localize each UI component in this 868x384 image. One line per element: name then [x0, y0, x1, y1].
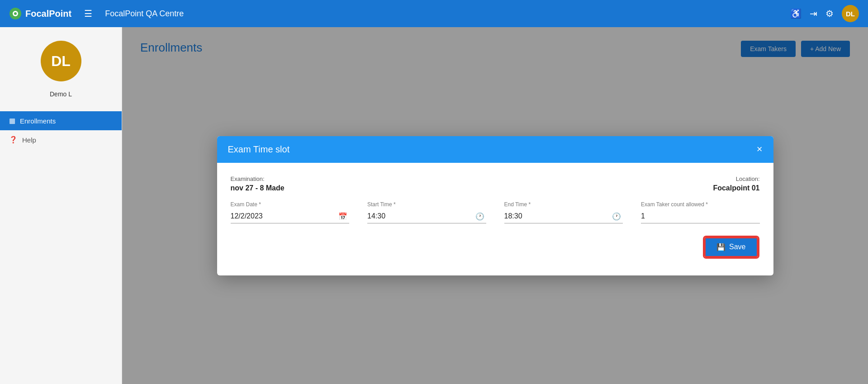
- clock-icon-end: 🕐: [612, 212, 621, 221]
- navbar-logo: FocalPoint: [9, 7, 71, 20]
- svg-point-2: [14, 12, 17, 15]
- examination-value: nov 27 - 8 Made: [231, 184, 285, 192]
- modal-exam-info: Examination: nov 27 - 8 Made: [231, 175, 285, 192]
- exam-date-label: Exam Date *: [231, 201, 350, 208]
- modal-fields-row: Exam Date * 📅 Start Time * 🕐 End: [231, 201, 760, 223]
- sidebar-item-enrollments[interactable]: ▦ Enrollments: [0, 111, 122, 130]
- enrollments-icon: ▦: [9, 117, 15, 125]
- focalpoint-logo-icon: [9, 7, 22, 20]
- end-time-field: End Time * 🕐: [504, 201, 623, 223]
- modal-location-info: Location: Focalpoint 01: [713, 175, 759, 192]
- content-area: Enrollments Exam Takers + Add New Exam T…: [122, 27, 868, 384]
- taker-count-label: Exam Taker count allowed *: [641, 201, 760, 208]
- examination-label: Examination:: [231, 175, 285, 182]
- start-time-input[interactable]: [367, 209, 486, 223]
- logout-icon[interactable]: ⇥: [810, 8, 817, 19]
- taker-count-input[interactable]: [641, 209, 760, 223]
- modal-body: Examination: nov 27 - 8 Made Location: F…: [217, 163, 773, 275]
- sidebar-nav: ▦ Enrollments ❓ Help: [0, 111, 122, 149]
- exam-date-field: Exam Date * 📅: [231, 201, 350, 223]
- save-button[interactable]: 💾 Save: [704, 237, 758, 257]
- end-time-input[interactable]: [504, 209, 623, 223]
- main-layout: DL Demo L ▦ Enrollments ❓ Help Enrollmen…: [0, 27, 868, 384]
- navbar-avatar[interactable]: DL: [842, 5, 859, 22]
- modal-footer: 💾 Save: [231, 237, 760, 257]
- sidebar-avatar: DL: [41, 41, 81, 81]
- sidebar-help-label: Help: [22, 136, 36, 144]
- sidebar-item-label: Enrollments: [20, 117, 56, 125]
- modal-exam-timeslot: Exam Time slot × Examination: nov 27 - 8…: [217, 136, 773, 275]
- navbar-logo-text: FocalPoint: [25, 9, 71, 19]
- clock-icon-start: 🕐: [475, 212, 484, 221]
- start-time-label: Start Time *: [367, 201, 486, 208]
- hamburger-icon[interactable]: ☰: [84, 8, 92, 19]
- save-button-label: Save: [729, 243, 745, 251]
- settings-icon[interactable]: ⚙: [825, 8, 834, 19]
- location-value: Focalpoint 01: [713, 184, 759, 192]
- sidebar-username: Demo L: [50, 90, 72, 98]
- modal-overlay: Exam Time slot × Examination: nov 27 - 8…: [122, 27, 868, 384]
- modal-header: Exam Time slot ×: [217, 136, 773, 163]
- accessibility-icon[interactable]: ♿: [790, 8, 802, 19]
- start-time-field: Start Time * 🕐: [367, 201, 486, 223]
- modal-title: Exam Time slot: [228, 144, 290, 155]
- taker-count-field: Exam Taker count allowed *: [641, 201, 760, 223]
- exam-date-input[interactable]: [231, 209, 350, 223]
- navbar-title: FocalPoint QA Centre: [105, 9, 783, 19]
- save-icon: 💾: [716, 243, 726, 251]
- modal-close-button[interactable]: ×: [757, 144, 763, 154]
- navbar-actions: ♿ ⇥ ⚙ DL: [790, 5, 859, 22]
- end-time-label: End Time *: [504, 201, 623, 208]
- help-icon: ❓: [9, 136, 18, 144]
- navbar: FocalPoint ☰ FocalPoint QA Centre ♿ ⇥ ⚙ …: [0, 0, 868, 27]
- sidebar: DL Demo L ▦ Enrollments ❓ Help: [0, 27, 122, 384]
- modal-top-row: Examination: nov 27 - 8 Made Location: F…: [231, 175, 760, 192]
- location-label: Location:: [713, 175, 759, 182]
- sidebar-item-help[interactable]: ❓ Help: [0, 130, 122, 149]
- calendar-icon: 📅: [338, 212, 347, 221]
